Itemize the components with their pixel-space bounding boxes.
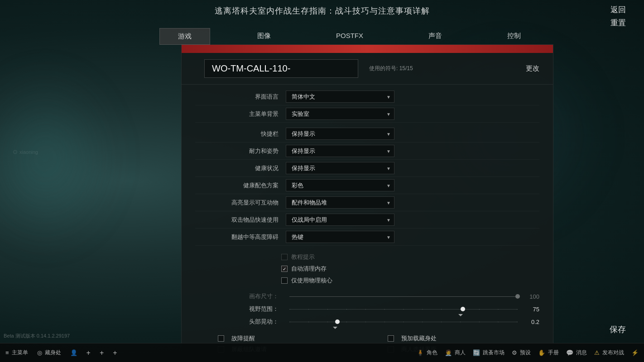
- slider-canvas[interactable]: [289, 293, 518, 300]
- version-text: Beta 测试版本 0.14.1.2.29197: [4, 333, 70, 339]
- plus-icon-2: +: [100, 349, 104, 357]
- character-action[interactable]: 🧍 角色: [417, 349, 437, 357]
- tab-sound[interactable]: 声音: [410, 28, 460, 45]
- hideout-label: 藏身处: [45, 349, 61, 357]
- merchant-action-label: 商人: [455, 349, 466, 357]
- setting-row-doubleclick: 双击物品快速使用 仅战局中启用 ▼: [195, 211, 539, 229]
- setting-row-health: 健康状况 保持显示 ▼: [195, 160, 539, 177]
- select-stamina[interactable]: 保持显示: [286, 145, 394, 157]
- setting-label-health: 健康状况: [195, 164, 286, 172]
- phys-cores-checkbox[interactable]: [281, 277, 288, 284]
- tutorial-row: 教程提示: [281, 251, 539, 263]
- character-label: 角色: [427, 349, 437, 357]
- select-wrapper-health: 保持显示 ▼: [286, 162, 394, 174]
- select-wrapper-language: 简体中文 ▼: [286, 90, 394, 103]
- select-wrapper-health-color: 彩色 ▼: [286, 179, 394, 191]
- plus-btn-1[interactable]: +: [87, 349, 91, 357]
- char-icon: 👤: [70, 349, 77, 356]
- slider-section: 画布尺寸： 100 视野范围： · · ·: [182, 288, 553, 330]
- change-button[interactable]: 更改: [526, 64, 539, 73]
- setting-row-highlight: 高亮显示可互动物 配件和物品堆 ▼: [195, 194, 539, 211]
- slider-fov[interactable]: · · · · · · · · · · · · ·: [289, 305, 518, 313]
- setting-row-health-color: 健康配色方案 彩色 ▼: [195, 177, 539, 194]
- save-button[interactable]: 保存: [610, 324, 626, 335]
- select-wrapper-doubleclick: 仅战局中启用 ▼: [286, 214, 394, 226]
- preload-checkbox[interactable]: [388, 335, 394, 342]
- tutorial-label: 教程提示: [291, 253, 315, 261]
- preset-action[interactable]: ⚙ 预设: [512, 349, 531, 357]
- flea-market-icon: 🔄: [473, 349, 480, 356]
- char-button[interactable]: 👤: [70, 349, 77, 356]
- setting-label-hotbar: 快捷栏: [195, 130, 286, 138]
- slider-value-headbob: 0.2: [521, 319, 539, 325]
- message-icon: 💬: [566, 349, 573, 356]
- menu-icon: ≡: [5, 349, 9, 356]
- settings-panel: 使用的符号: 15/15 更改 界面语言 简体中文 ▼ 主菜单背景 实验室 ▼: [181, 44, 553, 362]
- select-menu-bg[interactable]: 实验室: [286, 108, 394, 120]
- slider-label-fov: 视野范围：: [195, 305, 286, 313]
- hideout-button[interactable]: ◎ 藏身处: [37, 349, 61, 357]
- select-doubleclick[interactable]: 仅战局中启用: [286, 214, 394, 226]
- checkbox-section: 教程提示 ✓ 自动清理内存 仅使用物理核心: [182, 249, 553, 288]
- setting-row-vault: 翻越中等高度障碍 热键 ▼: [195, 229, 539, 246]
- select-hotbar[interactable]: 保持显示: [286, 128, 394, 140]
- battle-label: 发布对战: [602, 349, 624, 357]
- phys-cores-label: 仅使用物理核心: [291, 276, 332, 285]
- tutorial-checkbox[interactable]: [281, 254, 288, 260]
- main-menu-button[interactable]: ≡ 主菜单: [5, 349, 28, 357]
- back-button[interactable]: 返回: [610, 5, 626, 15]
- select-wrapper-menu-bg: 实验室 ▼: [286, 108, 394, 120]
- flea-market-action[interactable]: 🔄 跳蚤市场: [473, 349, 505, 357]
- merchant-icon: 🧑‍💼: [445, 349, 452, 356]
- tab-controls[interactable]: 控制: [489, 28, 539, 45]
- page-title: 逃离塔科夫室内作战生存指南：战斗技巧与注意事项详解: [0, 5, 644, 16]
- watermark: ⊙ xiaoning: [13, 148, 38, 155]
- bottom-bar: ≡ 主菜单 ◎ 藏身处 👤 + + + 🧍 角色 🧑‍💼 商人 🔄 跳蚤市场 ⚙…: [0, 343, 644, 362]
- fault-checkbox[interactable]: [218, 335, 224, 342]
- flea-market-label: 跳蚤市场: [483, 349, 505, 357]
- top-right-buttons: 返回 重置: [610, 5, 626, 28]
- setting-label-doubleclick: 双击物品快速使用: [195, 216, 286, 224]
- battle-action[interactable]: ⚠ 发布对战: [594, 349, 624, 357]
- profile-section: 使用的符号: 15/15 更改: [182, 53, 553, 85]
- settings-icon: ⚡: [631, 349, 639, 356]
- slider-row-fov: 视野范围： · · · · · · · · ·: [195, 303, 539, 315]
- select-language[interactable]: 简体中文: [286, 90, 394, 103]
- profile-name-input[interactable]: [204, 59, 358, 78]
- preset-icon: ⚙: [512, 349, 517, 356]
- handbook-action[interactable]: ✋ 手册: [538, 349, 559, 357]
- slider-label-headbob: 头部晃动：: [195, 318, 286, 326]
- select-health-color[interactable]: 彩色: [286, 179, 394, 191]
- select-highlight[interactable]: 配件和物品堆: [286, 196, 394, 209]
- setting-label-highlight: 高亮显示可互动物: [195, 199, 286, 207]
- main-menu-label: 主菜单: [12, 349, 28, 357]
- tab-game[interactable]: 游戏: [159, 28, 210, 45]
- tab-postfx[interactable]: POSTFX: [318, 28, 381, 45]
- select-health[interactable]: 保持显示: [286, 162, 394, 174]
- slider-row-headbob: 头部晃动： · · · · · · · · · · ·: [195, 315, 539, 328]
- setting-label-language: 界面语言: [195, 93, 286, 101]
- reset-button[interactable]: 重置: [610, 18, 626, 28]
- handbook-icon: ✋: [538, 349, 545, 356]
- plus-icon-3: +: [113, 349, 117, 357]
- settings-action[interactable]: ⚡: [631, 349, 639, 356]
- select-vault[interactable]: 热键: [286, 231, 394, 243]
- hideout-icon: ◎: [37, 349, 42, 356]
- tab-graphics[interactable]: 图像: [239, 28, 289, 45]
- handbook-label: 手册: [548, 349, 559, 357]
- message-action[interactable]: 💬 消息: [566, 349, 587, 357]
- preset-label: 预设: [520, 349, 531, 357]
- slider-headbob[interactable]: · · · · · · · · · · · · ·: [289, 318, 518, 325]
- bottom-check-fault: 故障提醒: [218, 334, 370, 343]
- plus-btn-3[interactable]: +: [113, 349, 117, 357]
- slider-label-canvas: 画布尺寸：: [195, 292, 286, 300]
- auto-clean-checkbox[interactable]: ✓: [281, 266, 288, 272]
- select-wrapper-stamina: 保持显示 ▼: [286, 145, 394, 157]
- plus-btn-2[interactable]: +: [100, 349, 104, 357]
- warning-icon: ⚠: [594, 349, 600, 356]
- merchant-action[interactable]: 🧑‍💼 商人: [445, 349, 466, 357]
- phys-cores-row: 仅使用物理核心: [281, 275, 539, 286]
- setting-row-language: 界面语言 简体中文 ▼: [195, 88, 539, 105]
- setting-row-hotbar: 快捷栏 保持显示 ▼: [195, 125, 539, 143]
- select-wrapper-hotbar: 保持显示 ▼: [286, 128, 394, 140]
